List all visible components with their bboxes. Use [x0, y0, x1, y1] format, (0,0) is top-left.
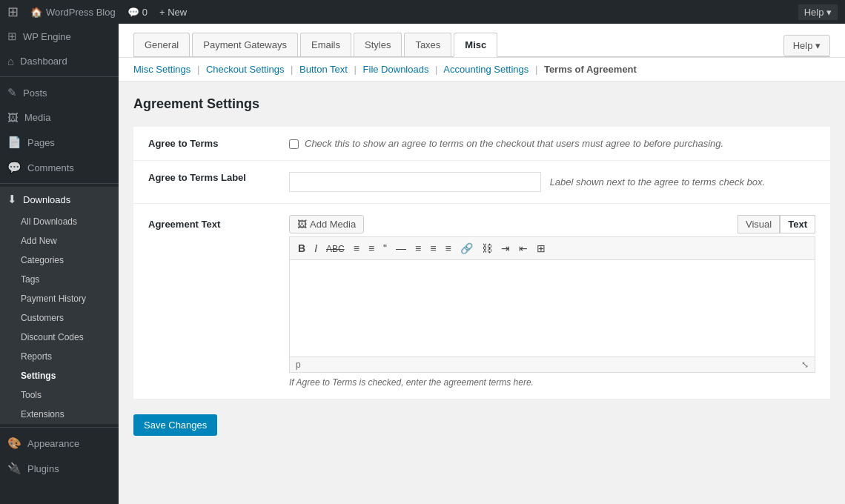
- sidebar-item-extensions[interactable]: Extensions: [0, 405, 119, 424]
- toolbar-table[interactable]: ⊞: [533, 240, 549, 256]
- sidebar-item-comments[interactable]: 💬 Comments: [0, 155, 119, 180]
- tab-general[interactable]: General: [133, 33, 190, 56]
- sidebar-item-pages[interactable]: 📄 Pages: [0, 130, 119, 155]
- page-title: Agreement Settings: [133, 96, 830, 112]
- sidebar-downloads-sub: All Downloads Add New Categories Tags Pa…: [0, 212, 119, 424]
- agree-terms-row: Check this to show an agree to terms on …: [289, 138, 815, 149]
- sidebar-item-tags[interactable]: Tags: [0, 270, 119, 289]
- agree-terms-checkbox[interactable]: [289, 139, 299, 149]
- breadcrumb-current: Terms of Agreement: [544, 64, 637, 75]
- toolbar-unlink[interactable]: ⛓: [478, 240, 496, 256]
- sidebar-item-tools[interactable]: Tools: [0, 385, 119, 405]
- help-button-tabs[interactable]: Help ▾: [783, 35, 830, 56]
- visual-button[interactable]: Visual: [738, 215, 780, 233]
- separator2: [0, 183, 119, 184]
- settings-table: Agree to Terms Check this to show an agr…: [133, 127, 830, 399]
- tab-taxes[interactable]: Taxes: [404, 33, 451, 56]
- wp-logo-icon: ⊞: [7, 4, 19, 20]
- editor-body[interactable]: [290, 260, 815, 357]
- pages-icon: 📄: [7, 136, 21, 149]
- tab-payment-gateways[interactable]: Payment Gateways: [192, 33, 298, 56]
- editor-note: If Agree to Terms is checked, enter the …: [289, 377, 815, 388]
- plugins-icon: 🔌: [7, 462, 21, 475]
- help-button[interactable]: Help ▾: [798, 4, 838, 20]
- sidebar-item-dashboard[interactable]: ⌂ Dashboard: [0, 49, 119, 73]
- agree-label-desc: Label shown next to the agree to terms c…: [550, 176, 766, 188]
- toolbar-hr[interactable]: —: [392, 240, 410, 256]
- table-row-agreement-text: Agreement Text 🖼 Add Media Visual Text: [133, 204, 830, 399]
- breadcrumb: Misc Settings | Checkout Settings | Butt…: [119, 58, 845, 82]
- tab-emails[interactable]: Emails: [300, 33, 351, 56]
- comments-icon: 💬: [127, 7, 139, 18]
- sidebar-item-settings[interactable]: Settings: [0, 366, 119, 385]
- toolbar-ol[interactable]: ≡: [365, 240, 378, 256]
- dashboard-icon: ⌂: [7, 55, 14, 67]
- sidebar-item-payment-history[interactable]: Payment History: [0, 289, 119, 308]
- toolbar-indent[interactable]: ⇥: [497, 240, 514, 256]
- view-buttons: Visual Text: [738, 215, 815, 233]
- tab-styles[interactable]: Styles: [354, 33, 402, 56]
- sidebar-item-all-downloads[interactable]: All Downloads: [0, 212, 119, 231]
- sidebar: ⊞ WP Engine ⌂ Dashboard ✎ Posts 🖼 Media …: [0, 24, 119, 504]
- agree-terms-desc: Check this to show an agree to terms on …: [305, 138, 723, 149]
- toolbar-align-right[interactable]: ≡: [441, 240, 454, 256]
- sidebar-item-posts[interactable]: ✎ Posts: [0, 80, 119, 105]
- wp-engine-icon: ⊞: [7, 30, 17, 43]
- breadcrumb-sep3: |: [354, 64, 357, 75]
- toolbar-align-center[interactable]: ≡: [426, 240, 440, 256]
- sidebar-item-add-new[interactable]: Add New: [0, 231, 119, 251]
- text-button[interactable]: Text: [780, 215, 815, 233]
- page-header: General Payment Gateways Emails Styles T…: [119, 24, 845, 58]
- sidebar-item-customers[interactable]: Customers: [0, 308, 119, 328]
- breadcrumb-sep5: |: [535, 64, 537, 75]
- sidebar-item-appearance[interactable]: 🎨 Appearance: [0, 431, 119, 456]
- posts-icon: ✎: [7, 86, 17, 99]
- toolbar-ul[interactable]: ≡: [350, 240, 363, 256]
- comments-link[interactable]: 💬 0: [127, 7, 148, 18]
- agree-terms-th: Agree to Terms: [133, 127, 282, 161]
- sidebar-item-reports[interactable]: Reports: [0, 347, 119, 366]
- toolbar-link[interactable]: 🔗: [457, 240, 477, 256]
- content-area: General Payment Gateways Emails Styles T…: [119, 24, 845, 504]
- sidebar-item-media[interactable]: 🖼 Media: [0, 105, 119, 130]
- sidebar-item-categories[interactable]: Categories: [0, 251, 119, 270]
- topbar: ⊞ 🏠 WordPress Blog 💬 0 + New Help ▾: [0, 0, 845, 24]
- comments-nav-icon: 💬: [7, 161, 21, 174]
- appearance-icon: 🎨: [7, 437, 21, 450]
- add-media-icon: 🖼: [297, 219, 307, 230]
- breadcrumb-sep1: |: [197, 64, 199, 75]
- toolbar-outdent[interactable]: ⇤: [515, 240, 531, 256]
- breadcrumb-misc-settings[interactable]: Misc Settings: [133, 64, 190, 75]
- downloads-icon: ⬇: [7, 193, 17, 206]
- editor-wrapper: B I ABC ≡ ≡ " — ≡ ≡ ≡ 🔗: [289, 236, 815, 373]
- separator3: [0, 427, 119, 428]
- media-icon: 🖼: [7, 111, 19, 124]
- separator: [0, 76, 119, 77]
- agreement-text-th: Agreement Text: [133, 204, 282, 399]
- editor-toolbar: B I ABC ≡ ≡ " — ≡ ≡ ≡ 🔗: [290, 237, 815, 260]
- new-link[interactable]: + New: [159, 7, 187, 18]
- save-changes-button[interactable]: Save Changes: [133, 414, 217, 436]
- breadcrumb-sep2: |: [291, 64, 293, 75]
- toolbar-strikethrough[interactable]: ABC: [322, 240, 348, 256]
- editor-tag: p: [296, 359, 301, 370]
- sidebar-item-plugins[interactable]: 🔌 Plugins: [0, 456, 119, 481]
- toolbar-align-left[interactable]: ≡: [411, 240, 425, 256]
- sidebar-item-wp-engine[interactable]: ⊞ WP Engine: [0, 24, 119, 49]
- site-label[interactable]: 🏠 WordPress Blog: [30, 7, 116, 18]
- table-row-agree-label: Agree to Terms Label Label shown next to…: [133, 161, 830, 204]
- breadcrumb-sep4: |: [435, 64, 437, 75]
- toolbar-bold[interactable]: B: [294, 240, 309, 256]
- add-media-button[interactable]: 🖼 Add Media: [289, 215, 364, 233]
- table-row-agree-terms: Agree to Terms Check this to show an agr…: [133, 127, 830, 161]
- breadcrumb-file-downloads[interactable]: File Downloads: [363, 64, 429, 75]
- toolbar-italic[interactable]: I: [311, 240, 321, 256]
- agree-label-input[interactable]: [289, 172, 541, 192]
- breadcrumb-button-text[interactable]: Button Text: [299, 64, 348, 75]
- breadcrumb-checkout-settings[interactable]: Checkout Settings: [206, 64, 285, 75]
- toolbar-blockquote[interactable]: ": [380, 240, 391, 256]
- tab-misc[interactable]: Misc: [454, 33, 497, 57]
- sidebar-item-discount-codes[interactable]: Discount Codes: [0, 328, 119, 347]
- breadcrumb-accounting-settings[interactable]: Accounting Settings: [443, 64, 528, 75]
- sidebar-item-downloads[interactable]: ⬇ Downloads: [0, 187, 119, 212]
